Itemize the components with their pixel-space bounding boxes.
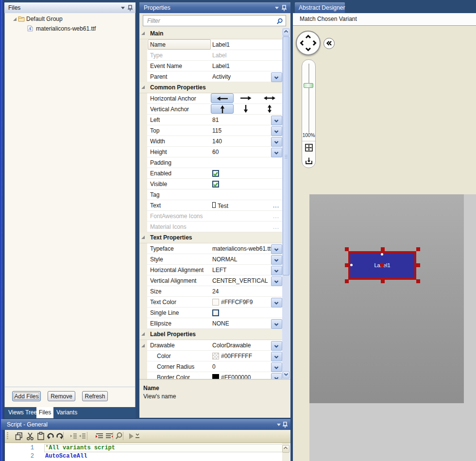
svg-text:A: A xyxy=(28,27,32,31)
